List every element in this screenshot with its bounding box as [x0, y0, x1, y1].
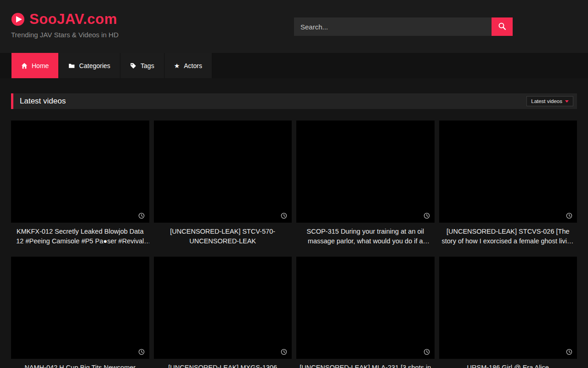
video-thumbnail: [439, 121, 577, 223]
video-title: [UNCENSORED-LEAK] STCVS-026 [The story o…: [439, 227, 577, 246]
video-card[interactable]: [UNCENSORED-LEAK] STCVS-026 [The story o…: [439, 121, 577, 246]
video-grid: KMKFX-012 Secretly Leaked Blowjob Data 1…: [11, 121, 577, 368]
section-header: Latest videos Latest videos: [11, 93, 577, 109]
video-thumbnail: [296, 121, 435, 223]
section-accent-bar: [11, 93, 13, 109]
video-card[interactable]: KMKFX-012 Secretly Leaked Blowjob Data 1…: [11, 121, 149, 246]
sort-dropdown[interactable]: Latest videos: [526, 96, 573, 106]
folder-icon: [68, 63, 75, 69]
site-logo[interactable]: SooJAV.com: [11, 11, 119, 28]
video-title: [UNCENSORED-LEAK] MLA-231 [3 shots in: [296, 363, 435, 368]
main-nav: Home Categories Tags ★ Actors: [0, 53, 588, 78]
clock-icon: [424, 349, 430, 355]
logo-area: SooJAV.com Trending JAV Stars & Videos i…: [11, 11, 119, 39]
video-title: URSM-186 Girl @ Era Alice: [439, 363, 577, 368]
video-card[interactable]: [UNCENSORED-LEAK] STCV-570-UNCENSORED-LE…: [154, 121, 292, 246]
video-title: SCOP-315 During your training at an oil …: [296, 227, 435, 246]
nav-item-label: Categories: [79, 62, 110, 69]
video-card[interactable]: NAMH-042 H Cup Big Tits Newcomer (170cm …: [11, 257, 149, 368]
video-thumbnail: [11, 257, 149, 359]
star-icon: ★: [174, 63, 180, 69]
nav-item-label: Tags: [141, 62, 154, 69]
clock-icon: [424, 213, 430, 219]
clock-icon: [281, 213, 287, 219]
video-title: KMKFX-012 Secretly Leaked Blowjob Data 1…: [11, 227, 149, 246]
search-button[interactable]: [492, 17, 513, 36]
search-icon: [498, 22, 506, 32]
video-title: NAMH-042 H Cup Big Tits Newcomer (170cm …: [11, 363, 149, 368]
nav-item-categories[interactable]: Categories: [59, 53, 120, 78]
nav-item-tags[interactable]: Tags: [120, 53, 164, 78]
clock-icon: [566, 349, 572, 355]
video-card[interactable]: [UNCENSORED-LEAK] MXGS-1306 Absolutely: [154, 257, 292, 368]
clock-icon: [138, 213, 145, 219]
video-title: [UNCENSORED-LEAK] MXGS-1306 Absolutely: [154, 363, 292, 368]
nav-item-home[interactable]: Home: [11, 53, 59, 78]
video-thumbnail: [296, 257, 435, 359]
clock-icon: [566, 213, 572, 219]
site-tagline: Trending JAV Stars & Videos in HD: [11, 31, 119, 39]
search-input[interactable]: [294, 17, 492, 36]
video-card[interactable]: [UNCENSORED-LEAK] MLA-231 [3 shots in: [296, 257, 435, 368]
search-bar: [294, 17, 513, 36]
nav-item-label: Home: [32, 62, 49, 69]
video-card[interactable]: URSM-186 Girl @ Era Alice: [439, 257, 577, 368]
video-thumbnail: [439, 257, 577, 359]
video-card[interactable]: SCOP-315 During your training at an oil …: [296, 121, 435, 246]
section-title: Latest videos: [20, 97, 66, 106]
site-header: SooJAV.com Trending JAV Stars & Videos i…: [0, 0, 588, 53]
main-content: Latest videos Latest videos KMKFX-012 Se…: [0, 93, 588, 368]
chevron-down-icon: [565, 100, 569, 103]
video-title: [UNCENSORED-LEAK] STCV-570-UNCENSORED-LE…: [154, 227, 292, 246]
clock-icon: [138, 349, 145, 355]
video-thumbnail: [11, 121, 149, 223]
nav-item-actors[interactable]: ★ Actors: [164, 53, 212, 78]
tag-icon: [130, 63, 136, 69]
logo-text: SooJAV.com: [29, 11, 117, 28]
video-thumbnail: [154, 121, 292, 223]
play-icon: [11, 12, 25, 26]
home-icon: [21, 63, 28, 69]
sort-dropdown-label: Latest videos: [531, 98, 562, 104]
nav-item-label: Actors: [184, 62, 202, 69]
clock-icon: [281, 349, 287, 355]
video-thumbnail: [154, 257, 292, 359]
